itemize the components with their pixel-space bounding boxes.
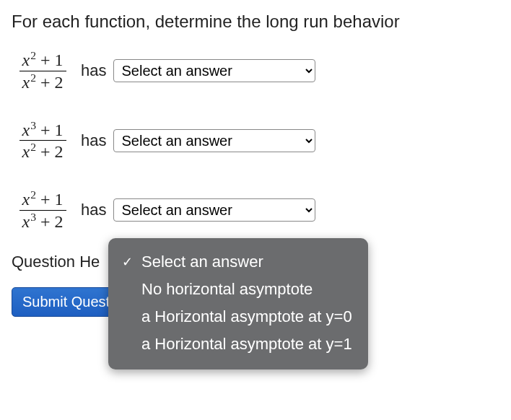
denominator-1: x2 + 2 xyxy=(19,71,66,93)
answer-dropdown-popup: ✓ Select an answer No horizontal asympto… xyxy=(108,238,368,369)
numerator-2: x3 + 1 xyxy=(19,119,66,141)
denominator-2: x2 + 2 xyxy=(19,141,66,162)
dropdown-option-no-asymptote[interactable]: No horizontal asymptote xyxy=(120,276,352,303)
question-row-1: x2 + 1 x2 + 2 has Select an answer xyxy=(12,49,499,93)
denominator-3: x3 + 2 xyxy=(19,211,66,232)
question-prompt: For each function, determine the long ru… xyxy=(12,12,499,32)
dropdown-option-placeholder[interactable]: ✓ Select an answer xyxy=(120,248,352,276)
question-row-2: x3 + 1 x2 + 2 has Select an answer xyxy=(12,119,499,163)
fraction-1: x2 + 1 x2 + 2 xyxy=(12,49,74,93)
has-label-3: has xyxy=(81,201,106,219)
dropdown-option-label: a Horizontal asymptote at y=0 xyxy=(141,307,352,326)
dropdown-option-label: Select an answer xyxy=(141,253,263,271)
has-label-2: has xyxy=(81,131,106,150)
has-label-1: has xyxy=(81,61,106,80)
dropdown-option-y0[interactable]: a Horizontal asymptote at y=0 xyxy=(120,303,352,331)
numerator-1: x2 + 1 xyxy=(19,49,66,71)
numerator-3: x2 + 1 xyxy=(19,188,66,211)
fraction-3: x2 + 1 x3 + 2 xyxy=(12,188,74,232)
answer-select-1[interactable]: Select an answer xyxy=(113,59,315,82)
dropdown-option-y1[interactable]: a Horizontal asymptote at y=1 xyxy=(120,331,352,358)
answer-select-2[interactable]: Select an answer xyxy=(113,129,315,152)
dropdown-option-label: No horizontal asymptote xyxy=(141,280,313,299)
fraction-2: x3 + 1 x2 + 2 xyxy=(12,119,74,163)
answer-select-3[interactable]: Select an answer xyxy=(113,198,315,222)
question-row-3: x2 + 1 x3 + 2 has Select an answer xyxy=(12,188,499,232)
check-icon: ✓ xyxy=(120,254,134,270)
dropdown-option-label: a Horizontal asymptote at y=1 xyxy=(141,335,352,354)
